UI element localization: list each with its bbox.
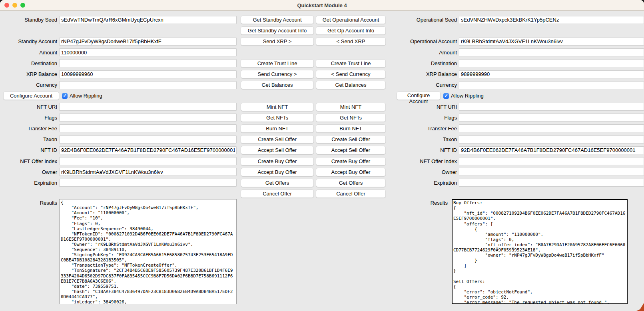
operational-nft-id-input[interactable]: [459, 146, 644, 154]
standby-xrp-balance-input[interactable]: [59, 70, 237, 78]
standby-xrp-balance-label: XRP Balance: [0, 71, 59, 77]
standby-get-balances-button[interactable]: Get Balances: [241, 81, 314, 89]
operational-nft-offer-index-label: NFT Offer Index: [388, 158, 459, 164]
standby-destination-label: Destination: [0, 60, 59, 66]
operational-flags-input[interactable]: [459, 114, 644, 122]
get-op-account-info-button[interactable]: Get Op Account Info: [316, 26, 386, 35]
standby-results-textarea[interactable]: { "Account": "rNP47gJFvDyW8gsDo4weB17if5…: [59, 199, 237, 304]
standby-nft-offer-index-input[interactable]: [59, 157, 237, 165]
operational-get-nfts-button[interactable]: Get NFTs: [316, 114, 386, 122]
standby-nft-id-input[interactable]: [59, 146, 237, 154]
standby-cancel-offer-button[interactable]: Cancel Offer: [241, 189, 314, 198]
app-window: Quickstart Module 4 Standby Seed Get Sta…: [0, 0, 644, 311]
standby-accept-sell-offer-button[interactable]: Accept Sell Offer: [241, 146, 314, 154]
operational-get-offers-button[interactable]: Get Offers: [316, 179, 386, 187]
operational-currency-label: Currency: [388, 82, 459, 88]
standby-flags-input[interactable]: [59, 114, 237, 122]
operational-nft-offer-index-input[interactable]: [459, 157, 644, 165]
standby-mint-nft-button[interactable]: Mint NFT: [241, 103, 314, 111]
operational-destination-label: Destination: [388, 60, 459, 66]
operational-flags-label: Flags: [388, 115, 459, 121]
operational-expiration-input[interactable]: [459, 179, 644, 187]
operational-configure-account-button[interactable]: Configure Account: [397, 92, 441, 100]
operational-transfer-fee-input[interactable]: [459, 124, 644, 132]
operational-results-row: Results Buy Offers: { "nft_id": "0008271…: [388, 199, 644, 304]
standby-amount-input[interactable]: [59, 48, 237, 56]
close-button[interactable]: [4, 3, 9, 8]
standby-results-label: Results: [0, 199, 59, 206]
operational-transfer-fee-label: Transfer Fee: [388, 126, 459, 132]
standby-create-trust-line-button[interactable]: Create Trust Line: [241, 59, 314, 68]
get-standby-account-button[interactable]: Get Standby Account: [241, 16, 314, 24]
operational-amount-label: Amount: [388, 50, 459, 56]
operational-nft-id-label: NFT ID: [388, 147, 459, 153]
traffic-lights: [4, 0, 25, 10]
standby-destination-input[interactable]: [59, 59, 237, 67]
standby-create-buy-offer-button[interactable]: Create Buy Offer: [241, 157, 314, 165]
zoom-button[interactable]: [20, 3, 25, 8]
operational-currency-input[interactable]: [459, 81, 644, 89]
operational-nft-uri-label: NFT URI: [388, 104, 459, 110]
title-bar: Quickstart Module 4: [0, 0, 644, 11]
standby-allow-rippling-label: Allow Rippling: [70, 93, 102, 99]
operational-owner-label: Owner: [388, 169, 459, 175]
operational-create-trust-line-button[interactable]: Create Trust Line: [316, 59, 386, 68]
get-operational-account-button[interactable]: Get Operational Account: [316, 16, 386, 24]
standby-expiration-input[interactable]: [59, 179, 237, 187]
standby-currency-label: Currency: [0, 82, 59, 88]
minimize-button[interactable]: [12, 3, 17, 8]
operational-taxon-input[interactable]: [459, 136, 644, 144]
operational-expiration-label: Expiration: [388, 180, 459, 186]
standby-transfer-fee-input[interactable]: [59, 124, 237, 132]
standby-get-offers-button[interactable]: Get Offers: [241, 179, 314, 187]
operational-allow-rippling-checkbox[interactable]: [443, 93, 449, 99]
operational-mint-nft-button[interactable]: Mint NFT: [316, 103, 386, 111]
standby-allow-rippling-checkbox[interactable]: [62, 93, 68, 99]
standby-send-xrp-button[interactable]: Send XRP >: [241, 37, 314, 46]
operational-xrp-balance-label: XRP Balance: [388, 71, 459, 77]
standby-owner-label: Owner: [0, 169, 59, 175]
operational-accept-buy-offer-button[interactable]: Accept Buy Offer: [316, 168, 386, 176]
standby-create-sell-offer-button[interactable]: Create Sell Offer: [241, 135, 314, 144]
operational-get-balances-button[interactable]: Get Balances: [316, 81, 386, 89]
operational-account-label: Operational Account: [388, 38, 459, 44]
operational-create-buy-offer-button[interactable]: Create Buy Offer: [316, 157, 386, 165]
standby-account-input[interactable]: [59, 38, 237, 46]
operational-owner-input[interactable]: [459, 168, 644, 176]
operational-results-textarea[interactable]: Buy Offers: { "nft_id": "0008271092D4B6F…: [452, 199, 628, 304]
standby-configure-row: Configure Account Allow Rippling: [0, 92, 241, 100]
standby-owner-input[interactable]: [59, 168, 237, 176]
window-title: Quickstart Module 4: [297, 2, 347, 8]
standby-expiration-label: Expiration: [0, 180, 59, 186]
operational-xrp-balance-input[interactable]: [459, 70, 644, 78]
operational-account-input[interactable]: [459, 38, 644, 46]
standby-accept-buy-offer-button[interactable]: Accept Buy Offer: [241, 168, 314, 176]
operational-amount-input[interactable]: [459, 48, 644, 56]
standby-flags-label: Flags: [0, 115, 59, 121]
operational-cancel-offer-button[interactable]: Cancel Offer: [316, 189, 386, 198]
standby-currency-input[interactable]: [59, 81, 237, 89]
standby-burn-nft-button[interactable]: Burn NFT: [241, 124, 314, 133]
standby-nft-offer-index-label: NFT Offer Index: [0, 158, 59, 164]
standby-send-currency-button[interactable]: Send Currency >: [241, 70, 314, 78]
standby-account-label: Standby Account: [0, 38, 59, 44]
standby-get-nfts-button[interactable]: Get NFTs: [241, 114, 314, 122]
standby-nft-uri-input[interactable]: [59, 103, 237, 111]
operational-seed-input[interactable]: [459, 16, 644, 24]
operational-results-label: Results: [388, 199, 450, 206]
operational-accept-sell-offer-button[interactable]: Accept Sell Offer: [316, 146, 386, 154]
get-standby-account-info-button[interactable]: Get Standby Account Info: [241, 26, 314, 35]
operational-create-sell-offer-button[interactable]: Create Sell Offer: [316, 135, 386, 144]
operational-destination-input[interactable]: [459, 59, 644, 67]
operational-taxon-label: Taxon: [388, 136, 459, 142]
standby-configure-account-button[interactable]: Configure Account: [3, 92, 59, 100]
operational-seed-label: Operational Seed: [388, 17, 459, 23]
operational-burn-nft-button[interactable]: Burn NFT: [316, 124, 386, 133]
operational-send-currency-button[interactable]: < Send Currency: [316, 70, 386, 78]
standby-taxon-label: Taxon: [0, 136, 59, 142]
standby-seed-label: Standby Seed: [0, 17, 59, 23]
operational-send-xrp-button[interactable]: < Send XRP: [316, 37, 386, 46]
standby-taxon-input[interactable]: [59, 136, 237, 144]
operational-nft-uri-input[interactable]: [459, 103, 644, 111]
standby-seed-input[interactable]: [59, 16, 237, 24]
